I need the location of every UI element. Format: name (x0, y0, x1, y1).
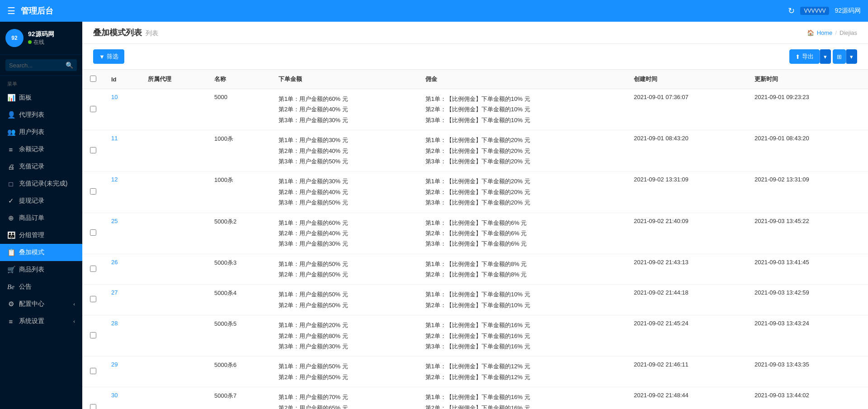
filter-button[interactable]: ▼ 筛选 (93, 49, 124, 64)
table-row: 285000杀5第1单：用户金额的20% 元第2单：用户金额的80% 元第3单：… (82, 315, 868, 357)
row-updated: 2021-09-01 09:23:23 (747, 89, 868, 130)
filter-icon: ▼ (99, 53, 105, 60)
search-input[interactable] (9, 62, 66, 69)
row-name: 5000杀7 (207, 387, 271, 409)
table-row: 111000杀第1单：用户金额的30% 元第2单：用户金额的40% 元第3单：用… (82, 130, 868, 171)
sidebar-item-panel[interactable]: 📊 面板 (0, 89, 82, 106)
row-order-amounts: 第1单：用户金额的70% 元第2单：用户金额的65% 元第3单：用户金额的5% … (271, 387, 418, 409)
announcement-icon: Be (7, 283, 14, 291)
sidebar-item-balance[interactable]: ≡ 余额记录 (0, 141, 82, 158)
row-checkbox[interactable] (90, 266, 96, 272)
header-title: 管理后台 (21, 5, 53, 16)
row-name: 5000杀6 (207, 357, 271, 387)
row-updated: 2021-09-03 13:45:22 (747, 213, 868, 254)
user-details: 92源码网 在线 (28, 30, 54, 46)
config-arrow-icon: ‹ (73, 301, 75, 307)
row-checkbox-cell (82, 130, 104, 171)
row-updated: 2021-09-03 13:44:02 (747, 387, 868, 409)
row-order-amounts: 第1单：用户金额的20% 元第2单：用户金额的80% 元第3单：用户金额的30%… (271, 315, 418, 357)
select-all-checkbox[interactable] (90, 76, 96, 82)
search-icon[interactable]: 🔍 (66, 62, 73, 69)
table-row: 121000杀第1单：用户金额的30% 元第2单：用户金额的40% 元第3单：用… (82, 171, 868, 213)
sidebar-item-stack-mode[interactable]: 📋 叠加模式 (0, 244, 82, 261)
sidebar-item-label: 面板 (19, 94, 32, 102)
sidebar-item-announcement[interactable]: Be 公告 (0, 278, 82, 295)
row-checkbox[interactable] (90, 332, 96, 338)
row-commissions: 第1单：【比例佣金】下单金额的12% 元第2单：【比例佣金】下单金额的12% 元 (418, 357, 627, 387)
search-input-wrap[interactable]: 🔍 (5, 59, 77, 71)
row-checkbox[interactable] (90, 147, 96, 153)
row-id: 30 (104, 387, 141, 409)
row-created: 2021-09-01 07:36:07 (627, 89, 747, 130)
toolbar-right: ⬆ 导出 ▾ ⊞ ▾ (789, 49, 857, 64)
row-checkbox[interactable] (90, 296, 96, 302)
sidebar-item-label: 叠加模式 (19, 248, 44, 257)
sidebar-item-product-order[interactable]: ⊕ 商品订单 (0, 209, 82, 227)
page-title-wrap: 叠加模式列表 列表 (93, 27, 158, 38)
view-button[interactable]: ⊞ (833, 49, 846, 64)
refresh-icon[interactable]: ↻ (788, 6, 795, 16)
row-order-amounts: 第1单：用户金额的50% 元第2单：用户金额的50% 元 (271, 254, 418, 285)
row-id: 25 (104, 213, 141, 254)
header-username: 92源码网 (835, 7, 861, 15)
sidebar-item-label: 系统设置 (19, 317, 44, 325)
table-row: 255000杀2第1单：用户金额的60% 元第2单：用户金额的40% 元第3单：… (82, 213, 868, 254)
row-agent (141, 315, 207, 357)
sidebar-item-group[interactable]: 👪 分组管理 (0, 227, 82, 244)
page-title: 叠加模式列表 (93, 27, 142, 38)
row-created: 2021-09-01 08:43:20 (627, 130, 747, 171)
row-name: 5000杀3 (207, 254, 271, 285)
row-checkbox-cell (82, 285, 104, 315)
row-id: 29 (104, 357, 141, 387)
export-button[interactable]: ⬆ 导出 (789, 49, 820, 64)
table-row: 295000杀6第1单：用户金额的50% 元第2单：用户金额的50% 元第1单：… (82, 357, 868, 387)
row-name: 5000杀4 (207, 285, 271, 315)
row-created: 2021-09-02 21:40:09 (627, 213, 747, 254)
withdraw-icon: ✓ (7, 197, 14, 205)
sidebar-item-config[interactable]: ⚙ 配置中心 ‹ (0, 295, 82, 313)
row-id: 12 (104, 171, 141, 213)
row-checkbox[interactable] (90, 229, 96, 236)
row-id: 10 (104, 89, 141, 130)
row-checkbox[interactable] (90, 404, 96, 409)
sidebar-search: 🔍 (0, 55, 82, 76)
sidebar-item-recharge-incomplete[interactable]: □ 充值记录(未完成) (0, 175, 82, 192)
view-dropdown-button[interactable]: ▾ (846, 49, 857, 64)
row-checkbox[interactable] (90, 188, 96, 195)
sidebar-item-user-list[interactable]: 👥 用户列表 (0, 124, 82, 141)
sidebar-item-sys-settings[interactable]: ≡ 系统设置 ‹ (0, 313, 82, 330)
row-name: 5000 (207, 89, 271, 130)
table-row: 105000第1单：用户金额的60% 元第2单：用户金额的40% 元第3单：用户… (82, 89, 868, 130)
balance-icon: ≡ (7, 146, 14, 153)
row-agent (141, 285, 207, 315)
settings-icon: ≡ (7, 318, 14, 325)
avatar: 92 (5, 29, 24, 47)
group-icon: 👪 (7, 231, 14, 239)
row-checkbox[interactable] (90, 368, 96, 374)
order-icon: ⊕ (7, 214, 14, 222)
sidebar-item-label: 代理列表 (19, 111, 44, 119)
sidebar-item-withdraw[interactable]: ✓ 提现记录 (0, 192, 82, 209)
row-checkbox-cell (82, 171, 104, 213)
row-name: 1000杀 (207, 171, 271, 213)
sidebar-item-recharge[interactable]: 🖨 充值记录 (0, 158, 82, 175)
sidebar-status: 在线 (28, 38, 54, 46)
row-checkbox[interactable] (90, 106, 96, 112)
stack-icon: 📋 (7, 248, 14, 257)
sidebar-item-product-list[interactable]: 🛒 商品列表 (0, 261, 82, 278)
row-updated: 2021-09-03 13:43:24 (747, 315, 868, 357)
row-created: 2021-09-02 21:43:13 (627, 254, 747, 285)
row-commissions: 第1单：【比例佣金】下单金额的10% 元第2单：【比例佣金】下单金额的10% 元 (418, 285, 627, 315)
export-dropdown-button[interactable]: ▾ (820, 49, 831, 64)
breadcrumb-home[interactable]: Home (817, 29, 833, 36)
sidebar-item-agent-list[interactable]: 👤 代理列表 (0, 106, 82, 124)
row-order-amounts: 第1单：用户金额的30% 元第2单：用户金额的40% 元第3单：用户金额的50%… (271, 130, 418, 171)
user-icon: 👥 (7, 128, 14, 136)
upload-icon: ⬆ (795, 53, 800, 60)
export-label: 导出 (802, 52, 814, 61)
col-agent: 所属代理 (141, 70, 207, 89)
row-commissions: 第1单：【比例佣金】下单金额的10% 元第2单：【比例佣金】下单金额的10% 元… (418, 89, 627, 130)
status-dot (28, 40, 32, 44)
hamburger-icon[interactable]: ☰ (7, 5, 15, 16)
row-order-amounts: 第1单：用户金额的60% 元第2单：用户金额的40% 元第3单：用户金额的30%… (271, 89, 418, 130)
